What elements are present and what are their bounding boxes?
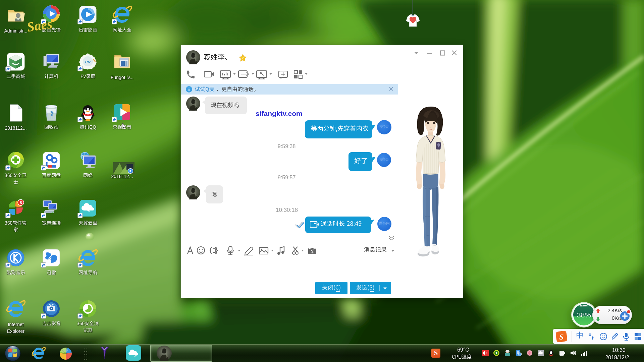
svg-text:38%: 38% [577,311,591,319]
svg-text:8: 8 [20,200,22,205]
svg-text:S: S [559,333,564,341]
svg-text:ev: ev [85,59,91,64]
